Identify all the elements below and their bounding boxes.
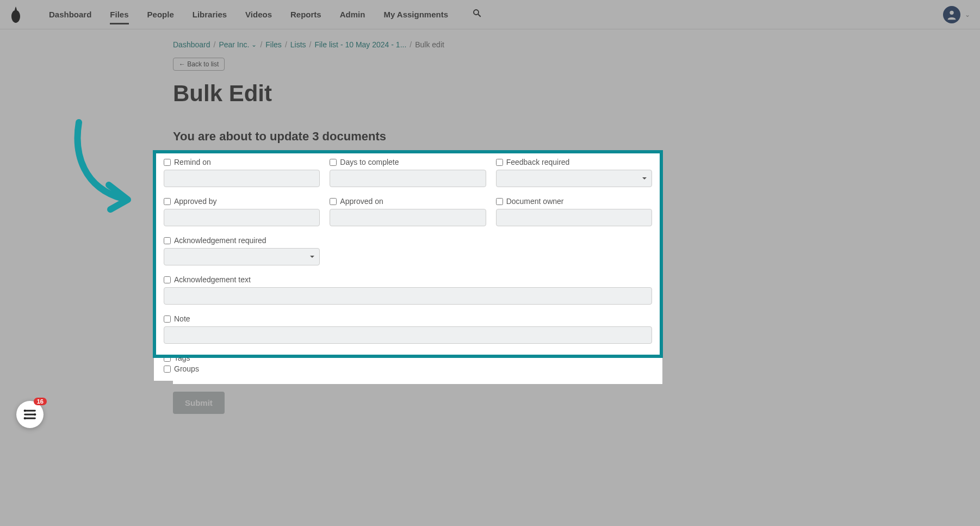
remind-on-label: Remind on — [174, 158, 211, 166]
breadcrumb-sep: / — [214, 40, 216, 49]
svg-line-1 — [478, 14, 481, 17]
page-title: Bulk Edit — [173, 81, 662, 107]
ack-required-select[interactable] — [164, 248, 320, 265]
approved-on-input[interactable] — [330, 209, 486, 226]
approved-by-input[interactable] — [164, 209, 320, 226]
breadcrumb-sep: / — [410, 40, 412, 49]
breadcrumb-dashboard[interactable]: Dashboard — [173, 40, 210, 49]
days-to-complete-label: Days to complete — [340, 158, 399, 166]
days-to-complete-checkbox[interactable] — [330, 159, 337, 166]
ack-text-checkbox[interactable] — [164, 276, 171, 283]
feedback-required-select[interactable] — [496, 170, 652, 187]
app-logo[interactable] — [10, 7, 22, 23]
groups-label: Groups — [174, 364, 199, 373]
back-to-list-button[interactable]: ← Back to list — [173, 58, 225, 71]
chevron-down-icon[interactable]: ⌄ — [251, 41, 257, 48]
user-menu-caret-icon[interactable]: ⌄ — [965, 11, 970, 18]
nav-libraries[interactable]: Libraries — [193, 0, 227, 29]
note-checkbox[interactable] — [164, 315, 171, 323]
search-icon[interactable] — [472, 8, 482, 21]
svg-point-5 — [24, 417, 26, 419]
svg-point-2 — [950, 10, 953, 14]
days-to-complete-input[interactable] — [330, 170, 486, 187]
breadcrumb-sep: / — [309, 40, 312, 49]
help-badge: 16 — [34, 398, 47, 405]
approved-on-checkbox[interactable] — [330, 198, 337, 205]
user-avatar[interactable] — [943, 6, 960, 23]
nav-people[interactable]: People — [147, 0, 174, 29]
remind-on-input[interactable] — [164, 170, 320, 187]
tags-label: Tags — [174, 354, 190, 362]
nav-admin[interactable]: Admin — [340, 0, 365, 29]
breadcrumb-files[interactable]: Files — [265, 40, 282, 49]
topbar-right: ⌄ — [943, 6, 970, 23]
nav-menu: Dashboard Files People Libraries Videos … — [49, 0, 482, 29]
feedback-required-checkbox[interactable] — [496, 159, 503, 166]
approved-by-label: Approved by — [174, 197, 217, 206]
nav-reports[interactable]: Reports — [290, 0, 321, 29]
help-widget[interactable]: 16 — [16, 401, 44, 428]
note-input[interactable] — [164, 326, 652, 344]
svg-point-4 — [34, 413, 36, 416]
breadcrumb-sep: / — [260, 40, 262, 49]
remind-on-checkbox[interactable] — [164, 159, 171, 166]
approved-by-checkbox[interactable] — [164, 198, 171, 205]
form-visible-layer: Remind on Days to complete Feedback requ… — [154, 151, 662, 381]
ack-required-checkbox[interactable] — [164, 237, 171, 244]
document-owner-input[interactable] — [496, 209, 652, 226]
note-label: Note — [174, 314, 190, 323]
breadcrumb-org[interactable]: Pear Inc. — [219, 40, 249, 49]
breadcrumb: Dashboard / Pear Inc. ⌄ / Files / Lists … — [173, 40, 662, 49]
document-owner-checkbox[interactable] — [496, 198, 503, 205]
svg-point-0 — [474, 10, 479, 15]
svg-point-3 — [24, 410, 26, 412]
nav-videos[interactable]: Videos — [245, 0, 272, 29]
breadcrumb-filelist[interactable]: File list - 10 May 2024 - 1... — [314, 40, 406, 49]
top-nav-bar: Dashboard Files People Libraries Videos … — [0, 0, 980, 29]
subheading: You are about to update 3 documents — [173, 129, 662, 144]
document-owner-label: Document owner — [506, 197, 564, 206]
ack-text-label: Acknowledgement text — [174, 275, 251, 284]
breadcrumb-lists[interactable]: Lists — [290, 40, 306, 49]
feedback-required-label: Feedback required — [506, 158, 570, 166]
groups-checkbox[interactable] — [164, 366, 171, 373]
breadcrumb-sep: / — [285, 40, 287, 49]
annotation-arrow-icon — [68, 117, 144, 217]
ack-text-input[interactable] — [164, 287, 652, 305]
nav-files[interactable]: Files — [110, 0, 128, 29]
ack-required-label: Acknowledgement required — [174, 236, 266, 245]
nav-dashboard[interactable]: Dashboard — [49, 0, 91, 29]
submit-button[interactable]: Submit — [173, 392, 225, 414]
breadcrumb-current: Bulk edit — [415, 40, 444, 49]
nav-my-assignments[interactable]: My Assignments — [383, 0, 448, 29]
tags-checkbox[interactable] — [164, 355, 171, 362]
approved-on-label: Approved on — [340, 197, 383, 206]
